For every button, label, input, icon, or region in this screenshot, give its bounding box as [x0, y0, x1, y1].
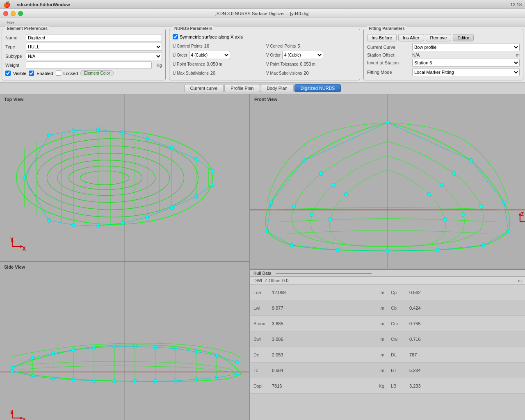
hull-row-value: 7816 — [272, 383, 376, 388]
u-point-tol-value: 0.050 — [207, 62, 218, 66]
hull-data-row-right-4: DL 767 — [388, 347, 525, 363]
fitting-mode-select[interactable]: Local Marker Fitting — [412, 68, 520, 76]
hull-data-grid: Loa 12.069 m Lwl 9.977 m Bmax 3.685 m Bw… — [250, 285, 525, 420]
v-order-select[interactable]: 4 (Cubic) — [282, 51, 323, 59]
invert-station-label: Invert at Station — [367, 60, 412, 65]
ins-before-button[interactable]: Ins Before — [367, 34, 397, 41]
enabled-checkbox[interactable] — [29, 71, 34, 76]
symmetric-checkbox[interactable] — [173, 34, 178, 39]
u-max-sub-row: U Max Subdivisions 20 — [173, 69, 263, 77]
name-row: Name — [5, 34, 162, 41]
hull-row-unit: m — [376, 290, 384, 295]
hull-row-label: DL — [391, 352, 409, 357]
os-menu-right: 12:18 — [510, 2, 522, 7]
hull-row-value: 3.086 — [272, 337, 376, 342]
ins-after-button[interactable]: Ins After — [398, 34, 424, 41]
locked-label: Locked — [64, 71, 78, 76]
svg-point-114 — [462, 213, 465, 217]
front-view-svg: Z Y — [250, 94, 525, 269]
hull-row-value: 0.424 — [409, 306, 514, 310]
top-view-label: Top View — [4, 97, 23, 102]
tab-current-curve[interactable]: Current curve — [184, 84, 224, 92]
hull-row-value: 12.069 — [272, 290, 376, 295]
enabled-label: Enabled — [37, 71, 53, 76]
hull-row-unit: Kg — [376, 383, 384, 388]
hull-data-header: Hull Data ──────────────────────────────… — [250, 270, 525, 277]
weight-input[interactable] — [26, 62, 152, 69]
menu-file[interactable]: File — [3, 19, 17, 26]
u-order-select[interactable]: 4 (Cubic) — [189, 51, 230, 59]
svg-point-107 — [320, 172, 323, 176]
invert-station-row: Invert at Station Station 6 — [367, 59, 520, 67]
window-title: jSDN 3.0 NURBS Surface Digitizer – [yd40… — [215, 11, 309, 16]
subtype-row: Subtype N/A — [5, 52, 162, 60]
svg-point-84 — [235, 372, 239, 376]
tab-body-plan[interactable]: Body Plan — [261, 84, 294, 92]
tab-digitized-nurbs[interactable]: Digitized NURBS — [294, 84, 341, 92]
titlebar: jSDN 3.0 NURBS Surface Digitizer – [yd40… — [0, 9, 525, 18]
hull-row-label: Bwl — [253, 337, 272, 342]
maximize-button[interactable] — [18, 11, 23, 16]
svg-point-106 — [452, 172, 456, 176]
u-control-points-value: 16 — [204, 43, 209, 48]
tab-profile-plan[interactable]: Profile Plan — [224, 84, 260, 92]
hull-dwl-label: DWL Z Offset — [253, 278, 281, 283]
nurbs-grid: U Control Points 16 V Control Points 5 U… — [173, 42, 356, 77]
element-color-button[interactable]: Element Color — [80, 70, 114, 76]
top-view-viewport[interactable]: Top View — [0, 94, 249, 262]
v-max-sub-row: V Max Subdivisions 20 — [266, 69, 356, 77]
current-curve-select[interactable]: Bow profile — [412, 43, 520, 51]
fitting-parameters-title: Fitting Parameters — [367, 26, 406, 31]
u-max-sub-label: U Max Subdivisions — [173, 71, 209, 75]
side-view-viewport[interactable]: Side View — [0, 262, 249, 420]
editor-button[interactable]: Editor — [453, 34, 474, 41]
u-control-points-row: U Control Points 16 — [173, 42, 263, 50]
station-offset-unit: m — [511, 52, 520, 57]
hull-row-label: BT — [391, 368, 409, 373]
remove-button[interactable]: Remove — [426, 34, 452, 41]
fitting-mode-label: Fitting Mode — [367, 70, 412, 75]
weight-row: Weight Kg — [5, 62, 162, 69]
subtype-label: Subtype — [5, 54, 26, 59]
traffic-lights — [3, 11, 23, 16]
front-view-viewport[interactable]: Front View — [250, 94, 525, 269]
v-control-points-value: 5 — [297, 43, 300, 48]
subtype-select[interactable]: N/A — [26, 52, 162, 60]
type-label: Type — [5, 44, 26, 49]
hull-data-title: Hull Data — [253, 271, 271, 276]
v-point-tol-value: 0.050 — [300, 62, 311, 66]
name-label: Name — [5, 35, 26, 40]
apple-logo[interactable]: 🍎 — [3, 1, 10, 8]
v-control-points-row: V Control Points 5 — [266, 42, 356, 50]
hull-row-unit: m — [376, 337, 384, 342]
invert-station-select[interactable]: Station 6 — [412, 59, 520, 67]
name-input[interactable] — [26, 34, 162, 41]
hull-data-row-left-3: Bwl 3.086 m — [250, 331, 388, 347]
hull-row-value: 3.685 — [272, 321, 376, 326]
hull-row-value: 0.716 — [409, 337, 514, 342]
close-button[interactable] — [3, 11, 8, 16]
v-control-points-label: V Control Points — [266, 44, 296, 48]
nurbs-parameters-panel: NURBS Parameters Symmetric surface along… — [169, 29, 360, 80]
hull-col-left: Loa 12.069 m Lwl 9.977 m Bmax 3.685 m Bw… — [250, 285, 388, 420]
side-view-svg: Z X — [0, 262, 249, 420]
hull-row-label: Loa — [253, 290, 272, 295]
v-point-tol-unit: m — [312, 62, 315, 66]
hull-row-label: Tc — [253, 368, 272, 373]
hull-row-label: Cb — [391, 306, 409, 310]
svg-point-111 — [344, 192, 347, 196]
hull-row-label: Dspl — [253, 383, 272, 388]
station-offset-label: Station Offset — [367, 52, 412, 57]
visible-checkbox[interactable] — [5, 71, 11, 76]
main-container: Element Preferences Name Type HULL Subty… — [0, 27, 525, 420]
locked-checkbox[interactable] — [56, 71, 61, 76]
svg-point-110 — [427, 192, 431, 196]
hull-row-unit: m — [376, 352, 384, 357]
type-select[interactable]: HULL — [26, 43, 162, 51]
hull-data-section: Hull Data ──────────────────────────────… — [250, 269, 525, 420]
os-time: 12:18 — [510, 2, 522, 7]
svg-point-117 — [329, 217, 332, 221]
minimize-button[interactable] — [11, 11, 16, 16]
u-point-tol-unit: m — [219, 62, 222, 66]
u-order-row: U Order 4 (Cubic) — [173, 51, 263, 59]
